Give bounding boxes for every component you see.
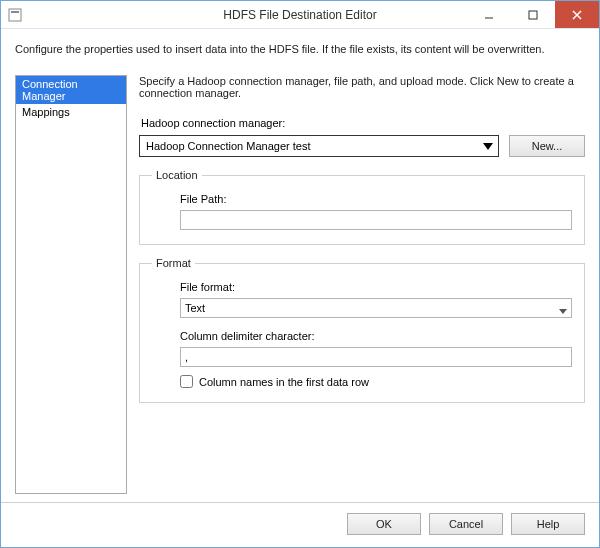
svg-marker-6 bbox=[483, 143, 493, 150]
window-controls bbox=[467, 1, 599, 28]
titlebar: HDFS File Destination Editor bbox=[1, 1, 599, 29]
filepath-label: File Path: bbox=[180, 193, 572, 205]
body-row: Connection Manager Mappings Specify a Ha… bbox=[15, 75, 585, 494]
new-button-label: New... bbox=[532, 140, 563, 152]
content-area: Configure the properties used to insert … bbox=[1, 29, 599, 502]
sidebar-item-mappings[interactable]: Mappings bbox=[16, 104, 126, 120]
delimiter-input[interactable] bbox=[180, 347, 572, 367]
fileformat-label: File format: bbox=[180, 281, 572, 293]
column-names-label: Column names in the first data row bbox=[199, 376, 369, 388]
footer: OK Cancel Help bbox=[1, 502, 599, 547]
svg-rect-0 bbox=[9, 9, 21, 21]
app-icon bbox=[7, 7, 23, 23]
help-button-label: Help bbox=[537, 518, 560, 530]
ok-button[interactable]: OK bbox=[347, 513, 421, 535]
sidebar-item-label: Connection Manager bbox=[22, 78, 78, 102]
panel-help-text: Specify a Hadoop connection manager, fil… bbox=[139, 75, 585, 99]
format-legend: Format bbox=[152, 257, 195, 269]
svg-rect-3 bbox=[529, 11, 537, 19]
location-group: Location File Path: bbox=[139, 169, 585, 245]
chevron-down-icon bbox=[482, 139, 494, 155]
ok-button-label: OK bbox=[376, 518, 392, 530]
close-button[interactable] bbox=[555, 1, 599, 28]
minimize-button[interactable] bbox=[467, 1, 511, 28]
chevron-down-icon bbox=[559, 305, 567, 317]
column-names-checkbox[interactable] bbox=[180, 375, 193, 388]
main-panel: Specify a Hadoop connection manager, fil… bbox=[139, 75, 585, 494]
help-button[interactable]: Help bbox=[511, 513, 585, 535]
connection-manager-combo[interactable]: Hadoop Connection Manager test bbox=[139, 135, 499, 157]
connection-manager-value: Hadoop Connection Manager test bbox=[146, 140, 311, 152]
sidebar: Connection Manager Mappings bbox=[15, 75, 127, 494]
fileformat-select[interactable]: Text bbox=[180, 298, 572, 318]
svg-marker-7 bbox=[559, 309, 567, 314]
sidebar-item-label: Mappings bbox=[22, 106, 70, 118]
delimiter-label: Column delimiter character: bbox=[180, 330, 572, 342]
fileformat-value: Text bbox=[185, 302, 205, 314]
connection-manager-label: Hadoop connection manager: bbox=[141, 117, 585, 129]
format-group: Format File format: Text Column delimite… bbox=[139, 257, 585, 403]
svg-rect-1 bbox=[11, 11, 19, 13]
maximize-button[interactable] bbox=[511, 1, 555, 28]
cancel-button[interactable]: Cancel bbox=[429, 513, 503, 535]
intro-text: Configure the properties used to insert … bbox=[15, 43, 585, 55]
cancel-button-label: Cancel bbox=[449, 518, 483, 530]
location-legend: Location bbox=[152, 169, 202, 181]
connection-row: Hadoop Connection Manager test New... bbox=[139, 135, 585, 157]
new-button[interactable]: New... bbox=[509, 135, 585, 157]
dialog-window: HDFS File Destination Editor Configure t… bbox=[0, 0, 600, 548]
sidebar-item-connection-manager[interactable]: Connection Manager bbox=[16, 76, 126, 104]
filepath-input[interactable] bbox=[180, 210, 572, 230]
column-names-row: Column names in the first data row bbox=[180, 375, 572, 388]
